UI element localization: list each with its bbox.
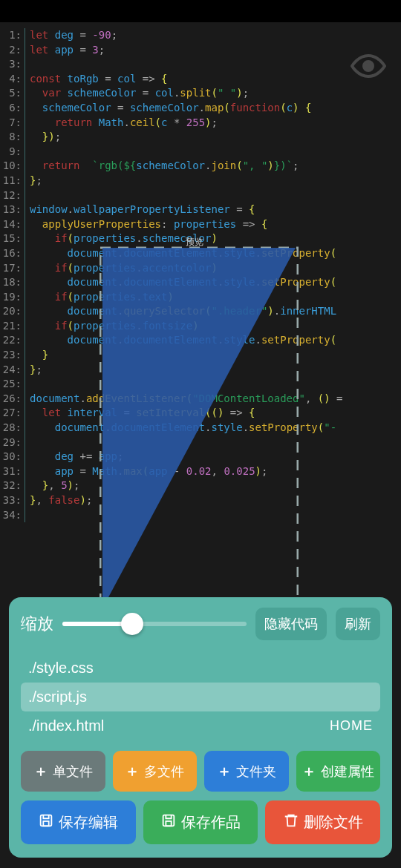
- code-line[interactable]: 22: document.documentElement.style.setPr…: [0, 333, 401, 348]
- toolbar-panel: 缩放 隐藏代码 刷新 ./style.css./script.js./index…: [9, 597, 392, 858]
- code-line[interactable]: 11:};: [0, 174, 401, 188]
- code-line[interactable]: 32: }, 5);: [0, 479, 401, 493]
- code-line[interactable]: 18: document.documentElement.style.setPr…: [0, 275, 401, 290]
- code-line[interactable]: 23: }: [0, 348, 401, 363]
- line-number: 32:: [0, 479, 25, 493]
- line-number: 30:: [0, 450, 25, 464]
- line-number: 21:: [0, 319, 25, 334]
- 保存编辑-button[interactable]: 保存编辑: [21, 800, 136, 844]
- eye-icon[interactable]: [351, 48, 386, 84]
- code-line[interactable]: 19: if(properties.text): [0, 290, 401, 305]
- zoom-label: 缩放: [21, 613, 53, 635]
- code-line[interactable]: 21: if(properties.fontsize): [0, 319, 401, 334]
- plus-icon: ＋: [125, 761, 140, 781]
- save-icon: [38, 812, 54, 832]
- code-line[interactable]: 33:}, false);: [0, 493, 401, 508]
- line-number: 14:: [0, 217, 25, 232]
- file-name: ./index.html: [28, 717, 104, 734]
- hide-code-button[interactable]: 隐藏代码: [255, 608, 327, 640]
- file-row[interactable]: ./style.css: [21, 654, 380, 683]
- code-line[interactable]: 4:const toRgb = col => {: [0, 72, 401, 87]
- home-label: HOME: [330, 718, 373, 734]
- line-number: 22:: [0, 333, 25, 348]
- code-editor[interactable]: 1:let deg = -90;2:let app = 3;3:4:const …: [0, 22, 401, 522]
- line-number: 11:: [0, 174, 25, 188]
- status-bar: [0, 0, 401, 22]
- code-line[interactable]: 12:: [0, 188, 401, 203]
- code-line[interactable]: 24:};: [0, 363, 401, 378]
- code-line[interactable]: 25:: [0, 377, 401, 392]
- line-number: 26:: [0, 392, 25, 407]
- code-line[interactable]: 5: var schemeColor = col.split(" ");: [0, 86, 401, 101]
- slider-thumb[interactable]: [121, 613, 143, 635]
- button-label: 创建属性: [321, 763, 374, 780]
- line-number: 19:: [0, 290, 25, 305]
- 删除文件-button[interactable]: 删除文件: [265, 800, 380, 844]
- line-number: 12:: [0, 188, 25, 203]
- file-name: ./script.js: [28, 688, 87, 706]
- code-line[interactable]: 30: deg += app;: [0, 450, 401, 464]
- code-line[interactable]: 28: document.documentElement.style.setPr…: [0, 421, 401, 435]
- svg-point-0: [364, 62, 373, 70]
- file-name: ./style.css: [28, 660, 94, 677]
- code-line[interactable]: 17: if(properties.accentcolor): [0, 261, 401, 276]
- code-line[interactable]: 7: return Math.ceil(c * 255);: [0, 116, 401, 131]
- svg-rect-6: [166, 821, 171, 826]
- line-number: 29:: [0, 435, 25, 450]
- code-line[interactable]: 10: return `rgb(${schemeColor.join(", ")…: [0, 159, 401, 174]
- code-line[interactable]: 16: document.documentElement.style.setPr…: [0, 246, 401, 261]
- button-label: 文件夹: [236, 763, 276, 780]
- code-line[interactable]: 13:window.wallpaperPropertyListener = {: [0, 203, 401, 217]
- line-number: 3:: [0, 57, 25, 72]
- file-row[interactable]: ./index.htmlHOME: [21, 711, 380, 740]
- 多文件-button[interactable]: ＋多文件: [113, 751, 198, 792]
- code-line[interactable]: 1:let deg = -90;: [0, 28, 401, 43]
- code-line[interactable]: 2:let app = 3;: [0, 43, 401, 58]
- code-line[interactable]: 27: let interval = setInterval(() => {: [0, 406, 401, 421]
- line-number: 13:: [0, 203, 25, 217]
- 创建属性-button[interactable]: ＋创建属性: [296, 751, 381, 792]
- 单文件-button[interactable]: ＋单文件: [21, 751, 105, 792]
- line-number: 18:: [0, 275, 25, 290]
- 文件夹-button[interactable]: ＋文件夹: [204, 751, 289, 792]
- svg-rect-4: [44, 821, 49, 826]
- code-line[interactable]: 6: schemeColor = schemeColor.map(functio…: [0, 101, 401, 116]
- line-number: 20:: [0, 304, 25, 319]
- line-number: 6:: [0, 101, 25, 116]
- button-label: 保存作品: [181, 812, 241, 832]
- code-line[interactable]: 14: applyUserProperties: properties => {: [0, 217, 401, 232]
- code-line[interactable]: 34:: [0, 508, 401, 523]
- plus-icon: ＋: [33, 761, 48, 781]
- line-number: 1:: [0, 28, 25, 43]
- file-list: ./style.css./script.js./index.htmlHOME: [21, 654, 380, 740]
- line-number: 34:: [0, 508, 25, 523]
- code-line[interactable]: 9:: [0, 145, 401, 160]
- line-number: 9:: [0, 145, 25, 160]
- 保存作品-button[interactable]: 保存作品: [143, 800, 258, 844]
- line-number: 27:: [0, 406, 25, 421]
- file-row[interactable]: ./script.js: [21, 683, 380, 711]
- plus-icon: ＋: [301, 761, 316, 781]
- code-line[interactable]: 31: app = Math.max(app - 0.02, 0.025);: [0, 464, 401, 479]
- code-line[interactable]: 29:: [0, 435, 401, 450]
- code-line[interactable]: 20: document.querySelector(".header").in…: [0, 304, 401, 319]
- line-number: 25:: [0, 377, 25, 392]
- line-number: 8:: [0, 130, 25, 145]
- code-line[interactable]: 26:document.addEventListener("DOMContent…: [0, 392, 401, 407]
- code-line[interactable]: 15: if(properties.schemecolor): [0, 231, 401, 246]
- button-label: 删除文件: [304, 812, 363, 832]
- zoom-slider[interactable]: [62, 622, 247, 626]
- save-icon: [160, 812, 177, 832]
- line-number: 7:: [0, 116, 25, 131]
- plus-icon: ＋: [217, 761, 232, 781]
- line-number: 5:: [0, 86, 25, 101]
- code-line[interactable]: 8: });: [0, 130, 401, 145]
- line-number: 10:: [0, 159, 25, 174]
- refresh-button[interactable]: 刷新: [336, 608, 380, 640]
- button-label: 单文件: [53, 763, 93, 780]
- line-number: 23:: [0, 348, 25, 363]
- button-label: 保存编辑: [59, 812, 118, 832]
- code-line[interactable]: 3:: [0, 57, 401, 72]
- button-label: 多文件: [144, 763, 184, 780]
- trash-icon: [283, 812, 299, 832]
